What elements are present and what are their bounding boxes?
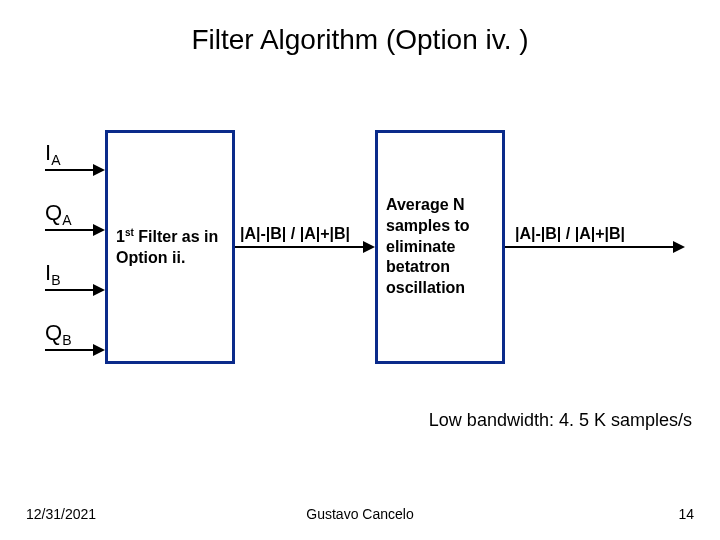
block-diagram: IA QA IB QB 1st Filter as in Option ii. … (45, 130, 685, 380)
footer-page-number: 14 (678, 506, 694, 522)
input-qa-sub: A (62, 212, 71, 228)
output-signal-label: |A|-|B| / |A|+|B| (515, 225, 625, 243)
bandwidth-note: Low bandwidth: 4. 5 K samples/s (429, 410, 692, 431)
block-average: Average N samples to eliminate betatron … (375, 130, 505, 364)
footer-author: Gustavo Cancelo (0, 506, 720, 522)
box2-text: Average N samples to eliminate betatron … (386, 195, 494, 299)
input-qa: QA (45, 200, 71, 228)
input-qb-sub: B (62, 332, 71, 348)
slide-title: Filter Algorithm (Option iv. ) (0, 0, 720, 56)
input-qa-letter: Q (45, 200, 62, 225)
input-ia-sub: A (51, 152, 60, 168)
input-ib: IB (45, 260, 60, 288)
input-ia: IA (45, 140, 60, 168)
input-qb-letter: Q (45, 320, 62, 345)
input-ib-sub: B (51, 272, 60, 288)
mid-signal-label: |A|-|B| / |A|+|B| (240, 225, 350, 243)
box1-first-num: 1 (116, 228, 125, 245)
block-filter-1: 1st Filter as in Option ii. (105, 130, 235, 364)
input-qb: QB (45, 320, 71, 348)
box1-sup: st (125, 227, 134, 238)
